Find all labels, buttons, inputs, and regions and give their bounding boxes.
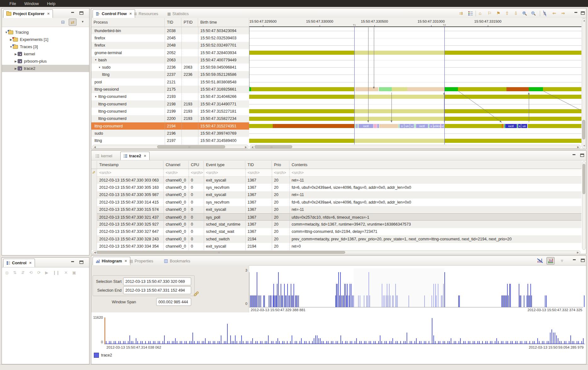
search-pencil-icon[interactable]: ✎ <box>92 170 95 175</box>
column-header-event-type[interactable]: Event type <box>204 161 245 169</box>
minimize-icon[interactable] <box>572 154 576 157</box>
column-header-process[interactable]: Process <box>91 18 165 27</box>
events-hscrollbar[interactable]: ◀ ⁝⁝ ▶ <box>92 250 580 254</box>
minimize-icon[interactable] <box>71 11 75 15</box>
collapse-all-icon[interactable]: ⊟ <box>61 20 65 24</box>
connect-icon[interactable]: ⇅ <box>13 270 17 275</box>
process-row-2194[interactable]: lttng-consumerd219415:50:47.315274351 <box>91 122 249 130</box>
link-selection-icon[interactable] <box>193 291 199 297</box>
tree-item-kernel[interactable]: ▶kernel <box>2 50 89 58</box>
column-header-channel[interactable]: Channel <box>163 161 189 169</box>
process-row-2237[interactable]: lttng2237223615:50:59.052126586 <box>91 71 249 78</box>
gantt-segment[interactable] <box>543 87 581 91</box>
event-row[interactable]: 2012-03-13 15:50:47.330 315 574channel0_… <box>97 206 581 213</box>
tree-item-traces-3-[interactable]: ▼Traces [3] <box>2 43 89 50</box>
column-header-ptid[interactable]: PTID <box>181 18 198 27</box>
process-row-2200[interactable]: lttng-consumerd2200219315:50:47.31582723… <box>91 115 249 122</box>
import-icon[interactable]: ⟳ <box>37 270 41 275</box>
start-trace-icon[interactable]: ▶ <box>45 270 48 275</box>
maximize-icon[interactable] <box>581 259 585 262</box>
expand-arrow-icon[interactable]: ▶ <box>14 53 18 56</box>
process-row-2196[interactable]: sudo219615:50:47.399740769 <box>91 130 249 137</box>
column-header-tid[interactable]: TID <box>165 18 181 27</box>
tree-item-tracing[interactable]: ▼Tracing <box>2 29 89 36</box>
tab-trace2[interactable]: trace2 ✕ <box>120 152 150 160</box>
view-menu-icon[interactable]: ▼ <box>81 20 84 23</box>
minimize-icon[interactable] <box>71 261 75 264</box>
tab-statistics[interactable]: ▦ Statistics <box>164 9 191 18</box>
follow-prev-event-icon[interactable]: ⇐ <box>552 11 556 15</box>
home-icon[interactable]: ⌂ <box>479 11 481 15</box>
delete-icon[interactable]: ✕ <box>64 270 68 275</box>
full-range-histogram[interactable] <box>104 317 585 344</box>
maximize-icon[interactable] <box>581 11 585 15</box>
search-field-channel[interactable]: <srch> <box>163 169 189 177</box>
align-views-icon[interactable]: ⇉ <box>459 11 463 15</box>
tab-resources[interactable]: ≣ Resources <box>131 9 161 18</box>
tab-properties[interactable]: ▤ Properties <box>127 257 156 265</box>
minimize-icon[interactable] <box>572 259 577 262</box>
event-row[interactable]: 2012-03-13 15:50:47.330 305 163channel0_… <box>97 184 581 191</box>
collapse-arrow-icon[interactable]: ▼ <box>94 59 97 61</box>
zoom-out-icon[interactable] <box>531 11 536 16</box>
selection-end-field[interactable]: 2012-03-13 15:50:47.331 152 494 <box>123 286 191 294</box>
event-row[interactable]: 2012-03-13 15:50:47.330 314 415channel0_… <box>97 199 581 206</box>
gantt-segment[interactable] <box>528 124 581 128</box>
gantt-segment-ioctl[interactable]: ioctl <box>505 124 517 128</box>
process-row-2063[interactable]: ▼bash206315:50:47.400779449 <box>91 56 249 64</box>
gantt-segment[interactable] <box>502 124 504 128</box>
events-search-row[interactable]: <srch><srch><srch><srch><srch><srch><src… <box>97 169 581 177</box>
timeline-gantt[interactable]: ioctlsunuioctlsunknounioctlsun <box>249 27 581 144</box>
menu-window[interactable]: Window <box>24 1 39 6</box>
search-field-prio[interactable]: <srch> <box>272 169 289 177</box>
previous-marker-icon[interactable]: ⚐ <box>488 11 492 15</box>
process-row-2199[interactable]: lttng-consumerd2199219315:50:47.31522718… <box>91 108 249 115</box>
expand-arrow-icon[interactable]: ▶ <box>14 60 18 63</box>
selection-start-line[interactable] <box>354 27 355 144</box>
gantt-segment[interactable] <box>517 124 518 128</box>
pause-trace-icon[interactable]: ❙❙ <box>53 270 60 275</box>
window-position-marker[interactable] <box>105 317 105 344</box>
timeline-hscrollbar[interactable]: ◀ ⁝⁝ ▶ <box>250 145 581 149</box>
event-row[interactable]: 2012-03-13 15:50:47.330 303 063channel0_… <box>97 177 581 184</box>
new-connection-icon[interactable]: ◎ <box>5 270 9 275</box>
snapshot-icon[interactable]: ▣ <box>72 270 76 275</box>
disconnect-icon[interactable]: ⇵ <box>21 270 25 275</box>
selection-end-line[interactable] <box>444 27 445 144</box>
next-marker-icon[interactable]: ⚑ <box>496 11 500 15</box>
minimize-icon[interactable] <box>574 11 578 15</box>
process-row-2236[interactable]: ▼sudo2236206315:50:59.045096841 <box>91 64 249 71</box>
maximize-icon[interactable] <box>580 154 585 157</box>
event-row[interactable]: 2012-03-13 15:50:47.330 321 437channel0_… <box>97 213 581 221</box>
close-icon[interactable]: ✕ <box>29 261 31 265</box>
process-row-2048[interactable]: firefox204815:50:52.032497701 <box>91 42 249 49</box>
process-row-2052[interactable]: gnome-terminal205215:50:47.328403934 <box>91 49 249 56</box>
tree-item-trace2[interactable]: ▶trace2 <box>2 65 89 72</box>
gantt-segment-s[interactable]: s <box>518 124 521 128</box>
move-up-icon[interactable]: ⇧ <box>505 11 509 15</box>
event-row[interactable]: 2012-03-13 15:50:47.330 328 243channel0_… <box>97 235 581 243</box>
column-header-prio[interactable]: Prio <box>272 161 289 169</box>
gantt-segment[interactable] <box>273 124 354 128</box>
gantt-segment[interactable] <box>529 87 543 91</box>
move-down-icon[interactable]: ⇩ <box>514 11 518 15</box>
follow-next-event-icon[interactable]: ⇒ <box>561 11 565 15</box>
close-icon[interactable]: ✕ <box>47 12 49 15</box>
tab-kernel[interactable]: kernel <box>93 152 115 160</box>
process-row-2121[interactable]: pool212115:50:51.803808548 <box>91 78 249 86</box>
hide-arrows-icon[interactable]: ⇅╲ <box>543 11 547 16</box>
process-row-2193[interactable]: ▼lttng-consumerd219315:50:47.314046266 <box>91 93 249 100</box>
process-table-hscrollbar[interactable]: ◀ ⁝⁝ ▶ <box>92 145 248 149</box>
process-row-2197[interactable]: lttng219715:50:47.314589400 <box>91 137 249 144</box>
menu-file[interactable]: File <box>9 1 16 6</box>
search-field-contents[interactable]: <srch> <box>289 169 581 177</box>
tab-control[interactable]: Control ✕ <box>3 259 35 267</box>
tree-item-experiments-1-[interactable]: ▶Experiments [1] <box>2 36 89 43</box>
gantt-segment[interactable] <box>444 124 502 128</box>
search-field-cpu[interactable]: <srch> <box>189 169 204 177</box>
show-traces-button[interactable] <box>546 257 555 265</box>
gantt-segment[interactable] <box>251 87 354 91</box>
process-row-2198[interactable]: lttng-consumerd2198219315:50:47.31449077… <box>91 100 249 108</box>
refresh-icon[interactable]: ⟲ <box>29 270 33 275</box>
tab-bookmarks[interactable]: Bookmarks <box>161 257 193 265</box>
